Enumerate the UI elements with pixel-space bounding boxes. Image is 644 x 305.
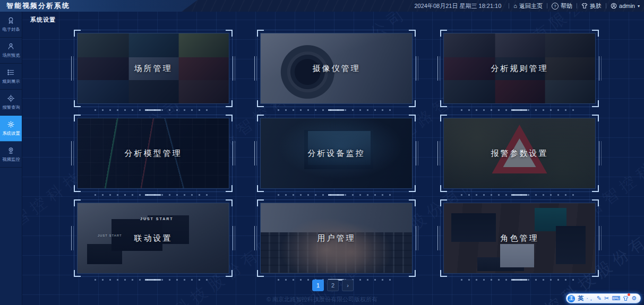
page-2-button[interactable]: 2: [327, 280, 339, 291]
ime-screenshot-button[interactable]: ✂: [604, 295, 609, 301]
dash-divider: [278, 109, 394, 111]
person-icon: [7, 42, 15, 50]
ime-logo[interactable]: 王: [568, 295, 575, 302]
watermark-text: 南京北路智控科技股份有限公司: [595, 214, 644, 305]
card-label: 分析规则管理: [444, 33, 595, 103]
divider: [509, 3, 509, 8]
gear-icon: [7, 120, 15, 128]
sidebar-item-rules-display[interactable]: 规则展示: [0, 64, 22, 90]
crosshair-icon: [7, 94, 15, 102]
sidebar-item-label: 报警查询: [2, 104, 20, 110]
sidebar-item-electronic-seal[interactable]: 电子封条: [0, 12, 22, 38]
sidebar: 电子封条 场所预览 规则展示 报警查询 系统设置 视频监控: [0, 12, 22, 305]
app-logo-band: 智能视频分析系统: [0, 0, 198, 12]
ime-handwriting-button[interactable]: ✎: [597, 295, 602, 301]
divider: [577, 3, 577, 8]
divider: [547, 3, 547, 8]
sidebar-item-label: 系统设置: [2, 130, 20, 136]
webcam-icon: [7, 146, 15, 154]
list-icon: [7, 68, 15, 76]
card-linkage-settings[interactable]: JUST START JUST START 联动设置: [77, 203, 229, 274]
ime-language-toggle[interactable]: 英: [578, 294, 583, 302]
page-1-button[interactable]: 1: [312, 280, 324, 291]
home-link[interactable]: ⌂ 返回主页: [513, 2, 543, 10]
sidebar-item-label: 视频监控: [2, 156, 20, 162]
ime-settings-button[interactable]: ⚙: [631, 295, 637, 301]
pagination: 1 2 ›: [22, 280, 644, 291]
home-icon: ⌂: [513, 3, 517, 9]
top-header: 智能视频分析系统 2024年08月21日 星期三 18:21:10 ⌂ 返回主页…: [0, 0, 644, 12]
seal-icon: [7, 16, 15, 24]
user-menu[interactable]: admin ▾: [611, 3, 640, 9]
skin-label: 换肤: [590, 2, 602, 10]
dash-divider: [278, 194, 394, 196]
help-link[interactable]: ? 帮助: [552, 2, 572, 10]
dash-divider: [461, 109, 578, 111]
card-grid: 场所管理 摄像仪管理 分析规则管理 分析模型管理 分析设备监控 报警参数设置: [77, 33, 595, 281]
sidebar-item-alarm-query[interactable]: 报警查询: [0, 90, 22, 116]
sidebar-item-video-monitoring[interactable]: 视频监控: [0, 142, 22, 168]
help-icon: ?: [552, 3, 559, 10]
card-label: 角色管理: [444, 203, 595, 273]
card-label: 联动设置: [78, 203, 229, 273]
card-label: 场所管理: [78, 33, 229, 103]
shirt-icon: [623, 295, 629, 301]
ime-keyboard-button[interactable]: ⌨: [612, 295, 620, 301]
skin-shirt-icon: [581, 3, 588, 9]
card-camera-management[interactable]: 摄像仪管理: [260, 33, 413, 104]
card-label: 报警参数设置: [444, 118, 595, 188]
ime-skin-button[interactable]: [623, 295, 629, 301]
app-window: 南京北路智控科技股份有限公司 南京北路智控科技股份有限公司 南京北路智控科技股份…: [0, 0, 644, 305]
card-label: 用户管理: [261, 203, 412, 273]
tab-system-settings[interactable]: 系统设置: [30, 16, 56, 24]
card-label: 分析模型管理: [78, 118, 229, 188]
dash-divider: [95, 109, 211, 111]
dash-divider: [95, 194, 211, 196]
sidebar-item-label: 电子封条: [2, 26, 20, 32]
divider: [606, 3, 606, 8]
datetime-display: 2024年08月21日 星期三 18:21:10: [414, 2, 501, 10]
card-user-management[interactable]: 用户管理: [260, 203, 413, 274]
card-role-management[interactable]: 角色管理: [443, 203, 596, 274]
card-analysis-model-management[interactable]: 分析模型管理: [77, 118, 229, 189]
notification-dot: [628, 293, 630, 296]
sidebar-item-label: 场所预览: [2, 52, 20, 58]
skin-link[interactable]: 换肤: [581, 2, 602, 10]
card-label: 摄像仪管理: [261, 33, 412, 103]
chevron-down-icon: ▾: [638, 4, 640, 8]
card-label: 分析设备监控: [261, 118, 412, 188]
header-right: 2024年08月21日 星期三 18:21:10 ⌂ 返回主页 ? 帮助 换肤 …: [414, 0, 640, 12]
sidebar-item-label: 规则展示: [2, 78, 20, 84]
sidebar-item-system-settings[interactable]: 系统设置: [0, 116, 22, 142]
card-site-management[interactable]: 场所管理: [77, 33, 229, 104]
dash-divider: [461, 194, 578, 196]
username-label: admin: [619, 3, 635, 9]
card-analysis-device-monitoring[interactable]: 分析设备监控: [260, 118, 413, 189]
ime-punctuation-button[interactable]: ·，: [586, 295, 594, 301]
card-alarm-parameter-settings[interactable]: 报警参数设置: [443, 118, 596, 189]
card-analysis-rule-management[interactable]: 分析规则管理: [443, 33, 596, 104]
ime-toolbar: 王 英 ·， ✎ ✂ ⌨ ⚙: [566, 293, 641, 303]
copyright-notice: © 南京北路智控科技股份有限公司版权所有: [0, 295, 644, 303]
help-label: 帮助: [561, 2, 572, 10]
app-title: 智能视频分析系统: [6, 1, 70, 11]
user-icon: [611, 3, 617, 9]
home-label: 返回主页: [519, 2, 543, 10]
next-page-button[interactable]: ›: [342, 280, 354, 291]
sidebar-item-site-preview[interactable]: 场所预览: [0, 38, 22, 64]
